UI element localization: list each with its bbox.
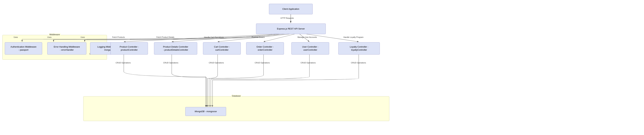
fetch-products-label: Fetch Products — [112, 36, 125, 38]
uses1-label: Uses — [14, 36, 18, 38]
process-orders-label: Process Orders — [252, 36, 264, 38]
crud1-label: CRUD Operations — [116, 62, 131, 64]
handle-cart-label: Handle Cart Operations — [204, 36, 224, 38]
uses2-label: Uses — [47, 36, 52, 38]
order-node: Order Controller - orderController — [246, 42, 284, 55]
crud4-label: CRUD Operations — [255, 62, 270, 64]
manage-users-label: Manage User Accounts — [298, 36, 317, 38]
database-cluster: Database — [83, 96, 389, 121]
user-node: User Controller - userController — [292, 42, 329, 55]
mongodb-node: MongoDB - mongoose — [185, 107, 226, 116]
uses3-label: Uses — [80, 36, 85, 38]
database-cluster-label: Database — [231, 95, 241, 97]
error-node: Error Handling Middleware - errorHandler — [47, 42, 86, 55]
svg-line-5 — [264, 34, 296, 42]
http-label: HTTP Requests — [280, 17, 294, 19]
product-details-node: Product Details Controller - productDeta… — [154, 42, 197, 55]
fetch-details-label: Fetch Product Details — [156, 36, 174, 38]
middleware-cluster-label: Middleware — [49, 33, 60, 36]
product-node: Product Controller - productController — [110, 42, 148, 55]
crud3-label: CRUD Operations — [209, 62, 224, 64]
auth-node: Authentication Middleware - passport — [5, 42, 42, 55]
loyalty-prog-label: Handle Loyalty Program — [344, 36, 364, 38]
loyalty-node: Loyalty Controller - loyaltyController — [338, 42, 380, 55]
crud2-label: CRUD Operations — [163, 62, 178, 64]
cart-node: Cart Controller - cartController — [203, 42, 241, 55]
diagram-container: Middleware Database — [0, 0, 644, 135]
server-node: Express.js REST API Server — [256, 24, 326, 34]
crud5-label: CRUD Operations — [300, 62, 316, 64]
svg-line-3 — [172, 34, 289, 42]
client-node: Client Application — [269, 4, 313, 14]
crud6-label: CRUD Operations — [351, 62, 366, 64]
